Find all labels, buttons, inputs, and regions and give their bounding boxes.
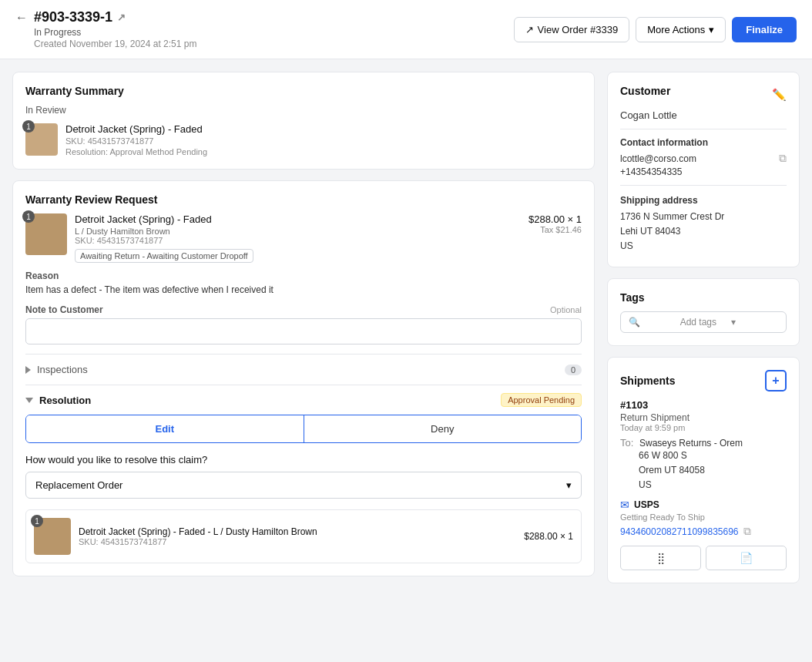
shipment-address-line1: 66 W 800 S — [639, 449, 787, 463]
deny-button[interactable]: Deny — [304, 415, 582, 442]
carrier-label: USPS — [634, 499, 659, 510]
inspections-count: 0 — [565, 365, 582, 375]
note-header: Note to Customer Optional — [25, 304, 582, 315]
note-label: Note to Customer — [25, 304, 103, 315]
dropdown-chevron-icon: ▾ — [566, 479, 572, 491]
review-product-name: Detroit Jacket (Spring) - Faded — [75, 213, 521, 225]
note-optional: Optional — [550, 305, 582, 314]
more-actions-button[interactable]: More Actions ▾ — [636, 17, 726, 42]
review-product-tag: Awaiting Return - Awaiting Customer Drop… — [75, 249, 253, 263]
address-line3: US — [620, 239, 787, 254]
shipment-id: #1103 — [620, 399, 787, 411]
resolve-option: Replacement Order — [35, 479, 122, 491]
finalize-button[interactable]: Finalize — [732, 17, 797, 42]
warranty-review-title: Warranty Review Request — [25, 193, 582, 206]
review-product-badge: 1 — [22, 210, 35, 223]
shipment-address: 66 W 800 S Orem UT 84058 US — [639, 449, 787, 493]
product-details: Detroit Jacket (Spring) - Faded SKU: 454… — [65, 123, 207, 156]
tags-title: Tags — [620, 291, 787, 304]
top-bar: ← #903-3339-1 ↗ In Progress Created Nove… — [0, 0, 812, 59]
external-icon: ↗ — [525, 24, 534, 35]
product-image-wrap: 1 — [25, 123, 58, 156]
product-name: Detroit Jacket (Spring) - Faded — [65, 123, 207, 135]
shipment-actions: ⣿ 📄 — [620, 546, 787, 570]
divider-2 — [620, 185, 787, 186]
contact-section-title: Contact information — [620, 137, 787, 148]
replacement-product-row: 1 Detroit Jacket (Spring) - Faded - L / … — [25, 509, 582, 563]
usps-icon: ✉ — [620, 499, 629, 511]
shipment-action-barcode[interactable]: ⣿ — [620, 546, 701, 570]
tags-card: Tags 🔍 Add tags ▾ — [607, 278, 800, 346]
inspections-left: Inspections — [25, 364, 88, 375]
customer-edit-button[interactable]: ✏️ — [772, 88, 787, 102]
warranty-review-card: Warranty Review Request 1 Detroit Jacket… — [12, 180, 595, 576]
replacement-badge: 1 — [31, 515, 43, 527]
replacement-sku: SKU: 45431573741877 — [79, 537, 516, 546]
review-product-variant: L / Dusty Hamilton Brown — [75, 227, 521, 236]
resolution-label: Resolution — [39, 395, 91, 406]
view-order-button[interactable]: ↗ View Order #3339 — [514, 17, 630, 42]
shipment-to-row: To: Swaseys Returns - Orem — [620, 437, 787, 449]
inspections-row[interactable]: Inspections 0 — [25, 354, 582, 385]
review-product-info: Detroit Jacket (Spring) - Faded L / Dust… — [75, 213, 521, 263]
review-product-sku: SKU: 45431573741877 — [75, 236, 521, 245]
chevron-down-icon: ▾ — [709, 24, 714, 35]
replacement-name: Detroit Jacket (Spring) - Faded - L / Du… — [79, 526, 516, 537]
add-tags-placeholder: Add tags — [680, 317, 727, 328]
usps-row: ✉ USPS — [620, 499, 787, 511]
shipping-title: Shipping address — [620, 195, 787, 206]
resolution-left: Resolution — [25, 395, 91, 406]
barcode-icon: ⣿ — [657, 552, 665, 564]
review-price-tax: Tax $21.46 — [528, 225, 582, 234]
shipments-title: Shipments — [620, 375, 676, 387]
expand-icon — [25, 366, 31, 374]
review-price-value: $288.00 × 1 — [528, 213, 582, 225]
main-layout: Warranty Summary In Review 1 Detroit Jac… — [0, 59, 812, 596]
resolve-dropdown[interactable]: Replacement Order ▾ — [25, 472, 582, 499]
customer-phone: +14354354335 — [620, 166, 787, 177]
reason-label: Reason — [25, 271, 582, 281]
shipping-address: 1736 N Summer Crest Dr Lehi UT 84043 US — [620, 210, 787, 254]
copy-tracking-button[interactable]: ⧉ — [743, 525, 751, 538]
right-column: Customer ✏️ Cogan Lottle Contact informa… — [607, 72, 800, 583]
note-input[interactable] — [25, 318, 582, 344]
top-bar-right: ↗ View Order #3339 More Actions ▾ Finali… — [514, 17, 797, 42]
document-icon: 📄 — [740, 552, 753, 564]
tracking-number[interactable]: 94346002082711099835696 — [620, 526, 739, 537]
view-order-label: View Order #3339 — [538, 24, 619, 35]
back-button[interactable]: ← — [15, 9, 28, 25]
review-product-row: 1 Detroit Jacket (Spring) - Faded L / Du… — [25, 213, 582, 263]
tracking-row: 94346002082711099835696 ⧉ — [620, 525, 787, 538]
shipment-time: Today at 9:59 pm — [620, 423, 787, 432]
search-icon: 🔍 — [629, 317, 676, 328]
add-shipment-button[interactable]: + — [765, 370, 787, 391]
edit-button[interactable]: Edit — [26, 415, 304, 442]
address-line2: Lehi UT 84043 — [620, 224, 787, 239]
shipments-card: Shipments + #1103 Return Shipment Today … — [607, 357, 800, 584]
warranty-summary-title: Warranty Summary — [25, 85, 582, 97]
contact-email-row: lcottle@corso.com ⧉ — [620, 152, 787, 165]
tags-chevron-icon: ▾ — [731, 317, 778, 328]
customer-section-title: Customer — [620, 85, 670, 97]
resolution-badge: Approval Pending — [501, 393, 582, 407]
warranty-status: In Review — [25, 105, 582, 116]
shipment-address-name: Swaseys Returns - Orem — [639, 438, 743, 449]
order-id: #903-3339-1 — [34, 9, 112, 25]
tags-input[interactable]: 🔍 Add tags ▾ — [620, 311, 787, 333]
customer-name: Cogan Lottle — [620, 109, 787, 121]
replacement-info: Detroit Jacket (Spring) - Faded - L / Du… — [79, 526, 516, 546]
replacement-img-wrap: 1 — [34, 518, 71, 555]
inspections-label: Inspections — [37, 364, 88, 375]
left-column: Warranty Summary In Review 1 Detroit Jac… — [12, 72, 595, 583]
warranty-summary-card: Warranty Summary In Review 1 Detroit Jac… — [12, 72, 595, 170]
external-link-icon[interactable]: ↗ — [117, 12, 126, 23]
product-resolution: Resolution: Approval Method Pending — [65, 147, 207, 156]
copy-email-button[interactable]: ⧉ — [779, 152, 787, 165]
shipment-address-line2: Orem UT 84058 — [639, 463, 787, 478]
review-product-img-wrap: 1 — [25, 213, 67, 255]
order-status: In Progress — [34, 27, 196, 38]
customer-email: lcottle@corso.com — [620, 153, 696, 164]
product-sku: SKU: 45431573741877 — [65, 136, 207, 146]
resolve-question: How would you like to resolve this claim… — [25, 454, 582, 465]
shipment-action-document[interactable]: 📄 — [706, 546, 787, 570]
